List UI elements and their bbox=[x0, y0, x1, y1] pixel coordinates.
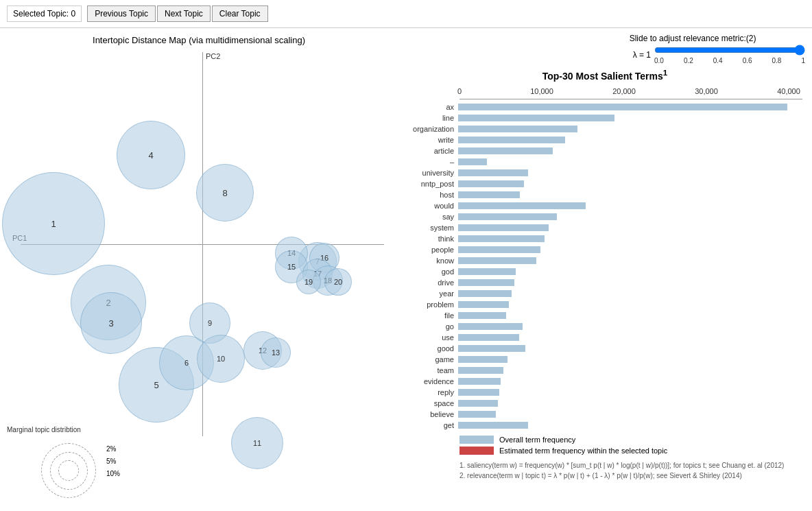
overall-bar-19 bbox=[458, 312, 506, 319]
bar-row-12: think bbox=[405, 234, 802, 243]
overall-bar-29 bbox=[458, 422, 528, 429]
previous-topic-button[interactable]: Previous Topic bbox=[87, 5, 156, 22]
bar-wrap-25 bbox=[458, 378, 501, 385]
bar-row-17: year bbox=[405, 289, 802, 298]
next-topic-button[interactable]: Next Topic bbox=[157, 5, 211, 22]
bar-wrap-28 bbox=[458, 411, 496, 418]
bar-wrap-4 bbox=[458, 147, 553, 154]
bar-wrap-14 bbox=[458, 257, 536, 264]
overall-bar-15 bbox=[458, 268, 516, 275]
legend-overall: Overall term frequency bbox=[459, 436, 805, 444]
topic-circle-4[interactable]: 4 bbox=[117, 121, 185, 189]
marginal-label-5pct: 5% bbox=[106, 455, 120, 468]
bar-row-15: god bbox=[405, 267, 802, 276]
overall-bar-1 bbox=[458, 115, 614, 121]
tick-1: 1 bbox=[801, 57, 805, 64]
overall-bar-12 bbox=[458, 235, 545, 242]
bar-row-26: reply bbox=[405, 388, 802, 397]
overall-bar-14 bbox=[458, 257, 536, 264]
bar-wrap-22 bbox=[458, 345, 525, 352]
topic-circle-19[interactable]: 19 bbox=[296, 270, 321, 294]
topic-circle-3[interactable]: 3 bbox=[80, 292, 142, 354]
tick-02: 0.2 bbox=[684, 57, 693, 64]
top-bar: Selected Topic: 0 Previous Topic Next To… bbox=[0, 0, 812, 28]
slider-row: λ = 1 0.0 0.2 0.4 0.6 0.8 1 bbox=[630, 45, 805, 64]
overall-bar-4 bbox=[458, 147, 553, 154]
bar-wrap-26 bbox=[458, 389, 499, 396]
bar-term-label-16: drive bbox=[405, 278, 458, 287]
bar-rows-container: axlineorganizationwritearticle–universit… bbox=[405, 102, 802, 430]
bar-wrap-23 bbox=[458, 356, 508, 363]
bar-row-19: file bbox=[405, 311, 802, 320]
bar-wrap-7 bbox=[458, 180, 524, 187]
overall-bar-3 bbox=[458, 136, 565, 143]
bar-term-label-0: ax bbox=[405, 103, 458, 111]
bar-row-11: system bbox=[405, 223, 802, 233]
clear-topic-button[interactable]: Clear Topic bbox=[212, 5, 268, 22]
bar-row-18: problem bbox=[405, 300, 802, 309]
bar-term-label-7: nntp_post bbox=[405, 180, 458, 188]
bar-term-label-1: line bbox=[405, 114, 458, 122]
overall-bar-11 bbox=[458, 224, 549, 231]
axis-mark-3: 30,000 bbox=[695, 87, 718, 95]
topic-circle-10[interactable]: 10 bbox=[197, 335, 245, 383]
marginal-title: Marginal topic distribtion bbox=[7, 426, 144, 433]
overall-bar-0 bbox=[458, 104, 787, 110]
right-panel: Slide to adjust relevance metric:(2) λ =… bbox=[398, 28, 812, 508]
left-panel: Intertopic Distance Map (via multidimens… bbox=[0, 28, 398, 508]
right-top: Slide to adjust relevance metric:(2) λ =… bbox=[405, 34, 805, 64]
overall-bar-24 bbox=[458, 367, 503, 374]
slider-section: Slide to adjust relevance metric:(2) λ =… bbox=[630, 34, 805, 64]
bar-term-label-3: write bbox=[405, 136, 458, 144]
bar-term-label-10: say bbox=[405, 213, 458, 221]
main-container: Intertopic Distance Map (via multidimens… bbox=[0, 28, 812, 508]
overall-bar-25 bbox=[458, 378, 501, 385]
bar-term-label-26: reply bbox=[405, 388, 458, 396]
bar-row-7: nntp_post bbox=[405, 179, 802, 189]
bar-row-29: get bbox=[405, 420, 802, 430]
bar-row-13: people bbox=[405, 245, 802, 254]
bar-term-label-12: think bbox=[405, 235, 458, 243]
marginal-label-2pct: 2% bbox=[106, 443, 120, 455]
topic-legend-box bbox=[459, 447, 494, 455]
bar-wrap-1 bbox=[458, 115, 614, 121]
bar-term-label-20: go bbox=[405, 322, 458, 331]
overall-bar-17 bbox=[458, 290, 512, 297]
bar-row-22: good bbox=[405, 344, 802, 353]
bar-row-9: would bbox=[405, 201, 802, 211]
bar-wrap-2 bbox=[458, 126, 577, 132]
bar-row-23: game bbox=[405, 355, 802, 364]
bar-wrap-5 bbox=[458, 158, 487, 165]
topic-circle-20[interactable]: 20 bbox=[324, 268, 352, 296]
overall-bar-26 bbox=[458, 389, 499, 396]
topic-circle-8[interactable]: 8 bbox=[196, 164, 254, 222]
bar-wrap-15 bbox=[458, 268, 516, 275]
overall-legend-box bbox=[459, 436, 494, 444]
bar-wrap-18 bbox=[458, 301, 509, 308]
bar-term-label-22: good bbox=[405, 344, 458, 353]
bar-wrap-3 bbox=[458, 136, 565, 143]
bar-wrap-29 bbox=[458, 422, 528, 429]
bar-term-label-21: use bbox=[405, 333, 458, 342]
relevance-slider[interactable] bbox=[654, 45, 805, 56]
axis-mark-0: 0 bbox=[457, 87, 462, 95]
footnote-2: 2. relevance(term w | topic t) = λ * p(w… bbox=[459, 471, 805, 481]
bar-wrap-19 bbox=[458, 312, 506, 319]
bar-wrap-17 bbox=[458, 290, 512, 297]
topic-circle-11[interactable]: 11 bbox=[231, 417, 283, 469]
topic-circle-13[interactable]: 13 bbox=[261, 337, 291, 368]
bar-axis-row: 010,00020,00030,00040,000 bbox=[459, 87, 802, 99]
bar-term-label-17: year bbox=[405, 289, 458, 298]
scatter-area: PC2 PC1 1234567891011121314151617181920 bbox=[7, 49, 391, 440]
bar-row-1: line bbox=[405, 113, 802, 123]
bar-wrap-27 bbox=[458, 400, 498, 407]
overall-bar-7 bbox=[458, 180, 524, 187]
topic-circle-1[interactable]: 1 bbox=[2, 172, 105, 275]
bar-wrap-12 bbox=[458, 235, 545, 242]
bar-row-16: drive bbox=[405, 278, 802, 287]
overall-bar-28 bbox=[458, 411, 496, 418]
bar-row-21: use bbox=[405, 333, 802, 342]
overall-bar-21 bbox=[458, 334, 519, 341]
tick-0: 0.0 bbox=[654, 57, 664, 64]
marginal-circle-2 bbox=[41, 443, 96, 498]
